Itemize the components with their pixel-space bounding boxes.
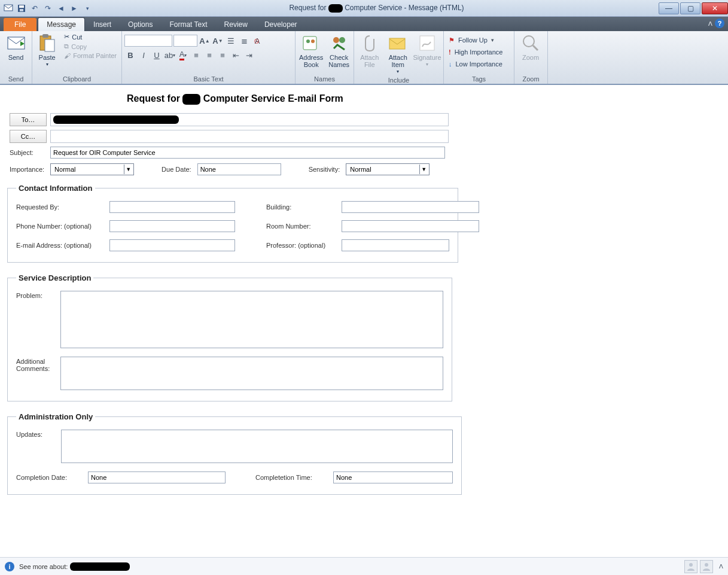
additional-comments-textarea[interactable] bbox=[60, 357, 443, 390]
address-book-button[interactable]: Address Book bbox=[298, 32, 324, 69]
importance-combo[interactable]: Normal▼ bbox=[50, 163, 134, 175]
people-pane: i See more about: ᐱ bbox=[0, 557, 728, 575]
grow-font-icon[interactable]: A▲ bbox=[199, 35, 211, 47]
message-form: Request for Computer Service E-mail Form… bbox=[0, 85, 728, 495]
highlight-icon[interactable]: ab▾ bbox=[164, 49, 176, 61]
professor-input[interactable] bbox=[342, 239, 449, 251]
copy-label: Copy bbox=[71, 43, 87, 50]
high-importance-button[interactable]: !High Importance bbox=[446, 47, 505, 57]
form-title-suffix: Computer Service E-mail Form bbox=[203, 93, 343, 104]
follow-up-button[interactable]: ⚑Follow Up▾ bbox=[446, 35, 496, 45]
svg-rect-6 bbox=[42, 34, 48, 38]
email-input[interactable] bbox=[109, 239, 235, 251]
font-color-icon[interactable]: A▾ bbox=[177, 49, 189, 61]
font-family-combo[interactable] bbox=[124, 35, 172, 47]
maximize-button[interactable]: ▢ bbox=[680, 2, 700, 14]
check-names-button[interactable]: Check Names bbox=[327, 32, 351, 69]
bold-icon[interactable]: B bbox=[124, 49, 136, 61]
sensitivity-combo[interactable]: Normal▼ bbox=[346, 163, 430, 175]
tags-group-label: Tags bbox=[446, 75, 511, 84]
save-icon[interactable] bbox=[16, 2, 28, 14]
svg-rect-0 bbox=[4, 5, 13, 11]
attach-file-button[interactable]: Attach File bbox=[357, 32, 383, 69]
bullets-icon[interactable]: ☰ bbox=[225, 35, 237, 47]
align-center-icon[interactable]: ≡ bbox=[203, 49, 215, 61]
qat-customize-icon[interactable]: ▾ bbox=[81, 2, 93, 14]
chevron-down-icon: ▼ bbox=[124, 165, 132, 174]
minimize-button[interactable]: — bbox=[659, 2, 679, 14]
subject-label: Subject: bbox=[10, 149, 47, 156]
tab-format-text[interactable]: Format Text bbox=[161, 18, 215, 31]
svg-point-12 bbox=[339, 37, 345, 43]
ribbon-tabs: File Message Insert Options Format Text … bbox=[0, 17, 728, 31]
underline-icon[interactable]: U bbox=[151, 49, 163, 61]
signature-button[interactable]: Signature▾ bbox=[413, 32, 441, 69]
svg-point-17 bbox=[689, 563, 693, 567]
paste-button[interactable]: Paste▾ bbox=[35, 32, 59, 69]
tab-message[interactable]: Message bbox=[38, 17, 85, 31]
svg-rect-7 bbox=[45, 39, 54, 51]
file-tab[interactable]: File bbox=[4, 18, 36, 31]
expand-people-pane-icon[interactable]: ᐱ bbox=[719, 563, 723, 570]
problem-textarea[interactable] bbox=[60, 291, 443, 348]
basic-text-group-label: Basic Text bbox=[124, 75, 293, 84]
increase-indent-icon[interactable]: ⇥ bbox=[243, 49, 255, 61]
italic-icon[interactable]: I bbox=[138, 49, 150, 61]
svg-rect-8 bbox=[303, 36, 316, 50]
cc-button[interactable]: Cc… bbox=[10, 130, 47, 143]
previous-icon[interactable]: ◄ bbox=[55, 2, 67, 14]
to-field[interactable] bbox=[50, 113, 449, 126]
tab-review[interactable]: Review bbox=[216, 18, 256, 31]
attach-item-button[interactable]: Attach Item▾ bbox=[385, 32, 412, 76]
font-size-combo[interactable] bbox=[173, 35, 197, 47]
chevron-down-icon: ▼ bbox=[419, 165, 428, 174]
due-date-label: Due Date: bbox=[162, 166, 191, 173]
address-book-label: Address Book bbox=[299, 54, 323, 68]
requested-by-input[interactable] bbox=[109, 201, 235, 213]
room-input[interactable] bbox=[342, 220, 479, 232]
see-more-label: See more about: bbox=[19, 563, 68, 570]
send-button[interactable]: Send bbox=[2, 32, 29, 62]
minimize-ribbon-icon[interactable]: ᐱ bbox=[708, 20, 712, 27]
exclamation-icon: ! bbox=[449, 48, 451, 56]
cut-button[interactable]: ✂Cut bbox=[62, 32, 119, 41]
copy-button[interactable]: ⧉Copy bbox=[62, 42, 119, 51]
signature-label: Signature bbox=[413, 54, 441, 61]
follow-up-label: Follow Up bbox=[458, 36, 488, 44]
phone-input[interactable] bbox=[109, 220, 235, 232]
svg-point-15 bbox=[523, 36, 534, 47]
sensitivity-value: Normal bbox=[350, 166, 371, 173]
zoom-button[interactable]: Zoom bbox=[517, 32, 544, 62]
person-silhouette-icon[interactable] bbox=[700, 560, 713, 573]
due-date-input[interactable] bbox=[197, 163, 281, 175]
tab-insert[interactable]: Insert bbox=[85, 18, 120, 31]
contact-information-fieldset: Contact Information Requested By: Buildi… bbox=[7, 184, 458, 263]
align-right-icon[interactable]: ≡ bbox=[217, 49, 229, 61]
close-button[interactable]: ✕ bbox=[702, 2, 728, 14]
align-left-icon[interactable]: ≡ bbox=[190, 49, 202, 61]
shrink-font-icon[interactable]: A▼ bbox=[212, 35, 224, 47]
send-group-label: Send bbox=[2, 75, 29, 84]
title-suffix: Computer Service - Message (HTML) bbox=[345, 4, 464, 12]
completion-date-input[interactable] bbox=[88, 471, 226, 483]
person-silhouette-icon[interactable] bbox=[684, 560, 697, 573]
app-icon[interactable] bbox=[2, 2, 14, 14]
format-painter-button[interactable]: 🖌Format Painter bbox=[62, 51, 119, 60]
next-icon[interactable]: ► bbox=[68, 2, 80, 14]
to-button[interactable]: To… bbox=[10, 113, 47, 126]
numbering-icon[interactable]: ≣ bbox=[238, 35, 250, 47]
copy-icon: ⧉ bbox=[64, 42, 69, 50]
undo-icon[interactable]: ↶ bbox=[29, 2, 41, 14]
tab-developer[interactable]: Developer bbox=[256, 18, 306, 31]
cc-field[interactable] bbox=[50, 130, 449, 143]
decrease-indent-icon[interactable]: ⇤ bbox=[230, 49, 242, 61]
clear-formatting-icon[interactable]: A⦸ bbox=[251, 35, 263, 47]
updates-textarea[interactable] bbox=[61, 430, 453, 463]
help-icon[interactable]: ? bbox=[715, 19, 724, 28]
building-input[interactable] bbox=[342, 201, 479, 213]
completion-time-input[interactable] bbox=[333, 471, 453, 483]
low-importance-button[interactable]: ↓Low Importance bbox=[446, 59, 505, 69]
redo-icon[interactable]: ↷ bbox=[42, 2, 54, 14]
subject-input[interactable] bbox=[50, 147, 445, 159]
tab-options[interactable]: Options bbox=[120, 18, 161, 31]
